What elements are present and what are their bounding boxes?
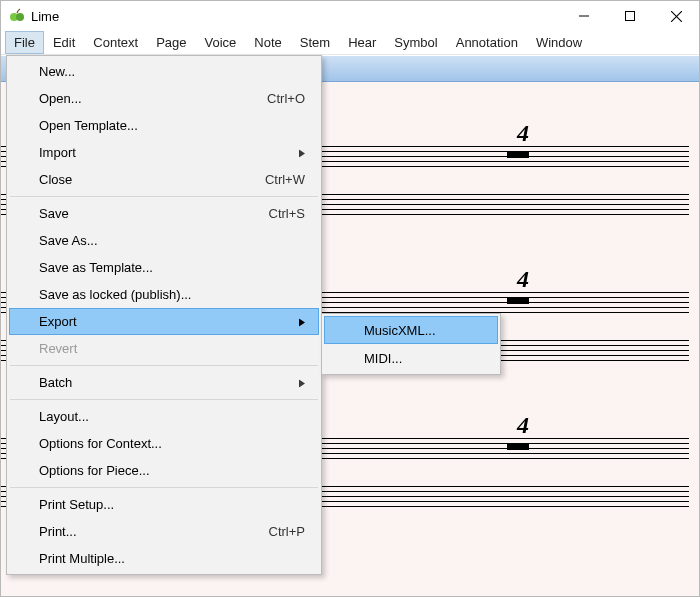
- menu-close[interactable]: CloseCtrl+W: [9, 166, 319, 193]
- menu-hear[interactable]: Hear: [339, 31, 385, 54]
- separator: [10, 399, 318, 400]
- export-submenu: MusicXML... MIDI...: [321, 313, 501, 375]
- whole-rest: [507, 443, 529, 450]
- menu-save-as[interactable]: Save As...: [9, 227, 319, 254]
- time-signature: 4: [517, 120, 529, 147]
- menu-export[interactable]: Export: [9, 308, 319, 335]
- menu-save[interactable]: SaveCtrl+S: [9, 200, 319, 227]
- menu-save-as-template[interactable]: Save as Template...: [9, 254, 319, 281]
- whole-rest: [507, 297, 529, 304]
- window-controls: [561, 1, 699, 31]
- window-title: Lime: [31, 9, 561, 24]
- submenu-midi[interactable]: MIDI...: [324, 344, 498, 372]
- menu-voice[interactable]: Voice: [196, 31, 246, 54]
- menu-context[interactable]: Context: [84, 31, 147, 54]
- menu-stem[interactable]: Stem: [291, 31, 339, 54]
- maximize-button[interactable]: [607, 1, 653, 31]
- chevron-right-icon: [299, 145, 305, 160]
- close-button[interactable]: [653, 1, 699, 31]
- menu-new[interactable]: New...: [9, 58, 319, 85]
- menu-print-multiple[interactable]: Print Multiple...: [9, 545, 319, 572]
- menu-file[interactable]: File: [5, 31, 44, 54]
- menu-edit[interactable]: Edit: [44, 31, 84, 54]
- separator: [10, 196, 318, 197]
- menu-import[interactable]: Import: [9, 139, 319, 166]
- main-window: Lime File Edit Context Page Voice Note S…: [0, 0, 700, 597]
- svg-rect-3: [626, 12, 635, 21]
- menu-annotation[interactable]: Annotation: [447, 31, 527, 54]
- menu-page[interactable]: Page: [147, 31, 195, 54]
- menu-batch[interactable]: Batch: [9, 369, 319, 396]
- menu-revert: Revert: [9, 335, 319, 362]
- minimize-button[interactable]: [561, 1, 607, 31]
- svg-point-1: [16, 13, 24, 21]
- menu-layout[interactable]: Layout...: [9, 403, 319, 430]
- file-menu-dropdown: New... Open...Ctrl+O Open Template... Im…: [6, 55, 322, 575]
- menu-print[interactable]: Print...Ctrl+P: [9, 518, 319, 545]
- menu-options-context[interactable]: Options for Context...: [9, 430, 319, 457]
- submenu-musicxml[interactable]: MusicXML...: [324, 316, 498, 344]
- separator: [10, 365, 318, 366]
- time-signature: 4: [517, 412, 529, 439]
- menu-options-piece[interactable]: Options for Piece...: [9, 457, 319, 484]
- chevron-right-icon: [299, 314, 305, 329]
- menu-window[interactable]: Window: [527, 31, 591, 54]
- app-icon: [9, 8, 25, 24]
- title-bar: Lime: [1, 1, 699, 31]
- chevron-right-icon: [299, 375, 305, 390]
- menu-open[interactable]: Open...Ctrl+O: [9, 85, 319, 112]
- menu-note[interactable]: Note: [245, 31, 290, 54]
- menu-save-as-locked[interactable]: Save as locked (publish)...: [9, 281, 319, 308]
- menu-open-template[interactable]: Open Template...: [9, 112, 319, 139]
- whole-rest: [507, 151, 529, 158]
- time-signature: 4: [517, 266, 529, 293]
- menu-bar: File Edit Context Page Voice Note Stem H…: [1, 31, 699, 55]
- menu-symbol[interactable]: Symbol: [385, 31, 446, 54]
- separator: [10, 487, 318, 488]
- menu-print-setup[interactable]: Print Setup...: [9, 491, 319, 518]
